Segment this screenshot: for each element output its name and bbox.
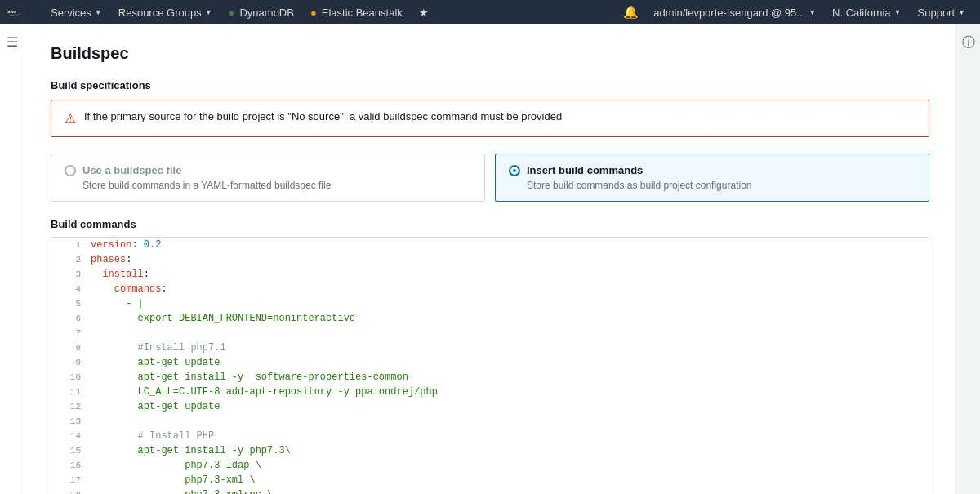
line-content: export DEBIAN_FRONTEND=noninteractive [91, 311, 355, 326]
info-icon[interactable]: ⓘ [962, 34, 975, 51]
use-buildspec-file-option[interactable]: Use a buildspec file Store build command… [51, 154, 485, 202]
line-number: 2 [58, 252, 81, 267]
dynamodb-nav[interactable]: ● DynamoDB [220, 0, 302, 24]
line-content: version: 0.2 [91, 238, 161, 252]
services-label: Services [51, 7, 91, 19]
region-menu[interactable]: N. California ▼ [824, 0, 909, 24]
code-line: 16 php7.3-ldap \ [51, 458, 929, 473]
radio-label-1: Use a buildspec file [82, 164, 181, 176]
radio-options: Use a buildspec file Store build command… [51, 154, 929, 202]
line-number: 9 [58, 355, 81, 370]
favorites-star[interactable]: ★ [411, 0, 437, 24]
user-menu[interactable]: admin/levporte-Isengard @ 95... ▼ [645, 0, 824, 24]
radio-description-1: Store build commands in a YAML-formatted… [82, 180, 471, 191]
radio-btn-1 [65, 165, 76, 176]
line-number: 8 [58, 340, 81, 355]
line-content: phases: [91, 252, 131, 267]
warning-icon: ⚠ [65, 111, 76, 127]
aws-logo[interactable]: aws [7, 4, 33, 20]
dynamodb-icon: ● [229, 7, 235, 19]
code-line: 13 [51, 414, 929, 429]
star-icon: ★ [419, 7, 429, 19]
line-content: apt-get install -y software-properties-c… [91, 370, 408, 385]
radio-btn-2 [509, 165, 520, 176]
code-line: 10 apt-get install -y software-propertie… [51, 370, 929, 385]
line-number: 4 [58, 282, 81, 296]
line-content: php7.3-xmlrpc \ [91, 487, 273, 494]
navbar: aws Services ▼ Resource Groups ▼ ● Dynam… [0, 0, 980, 24]
services-menu[interactable]: Services ▼ [42, 0, 110, 24]
sidebar-toggle-button[interactable]: ☰ [7, 34, 18, 50]
code-line: 11 LC_ALL=C.UTF-8 add-apt-repository -y … [51, 385, 929, 399]
line-content: apt-get update [91, 399, 220, 414]
code-line: 3 install: [51, 267, 929, 282]
line-number: 12 [58, 399, 81, 414]
warning-text: If the primary source for the build proj… [84, 110, 562, 122]
code-line: 17 php7.3-xml \ [51, 473, 929, 487]
line-number: 16 [58, 458, 81, 473]
support-menu[interactable]: Support ▼ [910, 0, 973, 24]
support-label: Support [918, 7, 956, 19]
resource-groups-chevron-icon: ▼ [205, 8, 212, 16]
user-chevron-icon: ▼ [808, 8, 816, 16]
line-content: commands: [91, 282, 167, 296]
line-content: apt-get update [91, 355, 220, 370]
code-line: 12 apt-get update [51, 399, 929, 414]
services-chevron-icon: ▼ [95, 8, 102, 16]
svg-text:aws: aws [7, 9, 16, 14]
code-line: 6 export DEBIAN_FRONTEND=noninteractive [51, 311, 929, 326]
line-number: 15 [58, 443, 81, 458]
code-line: 8 #Install php7.1 [51, 340, 929, 355]
line-content: apt-get install -y php7.3\ [91, 443, 291, 458]
region-chevron-icon: ▼ [894, 8, 902, 16]
code-line: 1version: 0.2 [51, 238, 929, 252]
content-area: Buildspec Build specifications ⚠ If the … [24, 24, 956, 494]
navbar-right: 🔔 admin/levporte-Isengard @ 95... ▼ N. C… [617, 0, 973, 24]
build-specifications-label: Build specifications [51, 79, 929, 91]
support-chevron-icon: ▼ [958, 8, 965, 16]
line-content: # Install PHP [91, 429, 214, 443]
code-line: 9 apt-get update [51, 355, 929, 370]
radio-label-2: Insert build commands [527, 164, 643, 176]
line-number: 17 [58, 473, 81, 487]
line-number: 18 [58, 487, 81, 494]
resource-groups-menu[interactable]: Resource Groups ▼ [110, 0, 220, 24]
line-number: 6 [58, 311, 81, 326]
elastic-beanstalk-nav[interactable]: ● Elastic Beanstalk [302, 0, 411, 24]
line-number: 7 [58, 326, 81, 340]
resource-groups-label: Resource Groups [118, 7, 202, 19]
notifications-bell-icon[interactable]: 🔔 [617, 5, 645, 20]
elastic-beanstalk-icon: ● [310, 7, 317, 19]
line-number: 10 [58, 370, 81, 385]
code-line: 5 - | [51, 296, 929, 311]
dynamodb-label: DynamoDB [239, 7, 293, 19]
insert-build-commands-option[interactable]: Insert build commands Store build comman… [495, 154, 929, 202]
code-editor[interactable]: 1version: 0.22phases:3 install:4 command… [51, 237, 929, 494]
line-content: install: [91, 267, 149, 282]
radio-header-2: Insert build commands [509, 164, 915, 176]
code-line: 18 php7.3-xmlrpc \ [51, 487, 929, 494]
build-commands-label: Build commands [51, 218, 929, 230]
line-content: php7.3-ldap \ [91, 458, 261, 473]
elastic-beanstalk-label: Elastic Beanstalk [322, 7, 403, 19]
right-panel: ⓘ [956, 24, 980, 494]
line-content: - | [91, 296, 144, 311]
line-content: #Install php7.1 [91, 340, 226, 355]
main-wrapper: ☰ Buildspec Build specifications ⚠ If th… [0, 24, 980, 494]
line-number: 11 [58, 385, 81, 399]
code-line: 2phases: [51, 252, 929, 267]
radio-header-1: Use a buildspec file [65, 164, 471, 176]
line-number: 14 [58, 429, 81, 443]
sidebar: ☰ [0, 24, 24, 494]
line-number: 3 [58, 267, 81, 282]
code-line: 15 apt-get install -y php7.3\ [51, 443, 929, 458]
line-number: 13 [58, 414, 81, 429]
region-label: N. California [832, 7, 891, 19]
line-number: 5 [58, 296, 81, 311]
user-label: admin/levporte-Isengard @ 95... [653, 7, 805, 19]
line-content: php7.3-xml \ [91, 473, 256, 487]
page-title: Buildspec [51, 44, 929, 63]
code-line: 4 commands: [51, 282, 929, 296]
radio-description-2: Store build commands as build project co… [527, 180, 915, 191]
line-number: 1 [58, 238, 81, 252]
